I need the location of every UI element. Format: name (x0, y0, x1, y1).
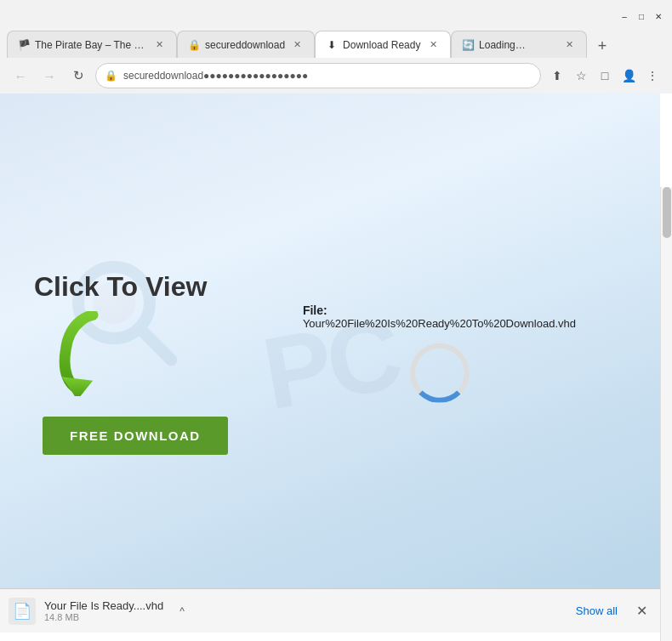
download-bar: 📄 Your File Is Ready....vhd 14.8 MB ^ Sh… (0, 588, 660, 632)
download-file-icon: 📄 (9, 598, 36, 625)
download-bar-actions: Show all ✕ (569, 601, 652, 621)
tab-label-downloadready: Download Ready (343, 39, 421, 51)
window-controls: – □ ✕ (618, 9, 665, 23)
close-download-bar-button[interactable]: ✕ (631, 601, 652, 621)
download-filename: Your File Is Ready....vhd (44, 599, 163, 612)
tab-close-secureddownload[interactable]: ✕ (290, 38, 304, 52)
tab-label-loading: Loading… (479, 39, 557, 51)
tab-piratebay[interactable]: 🏴 The Pirate Bay – The g… ✕ (7, 31, 177, 58)
tab-favicon-downloadready: ⬇ (326, 39, 338, 51)
click-to-view-label: Click To View (34, 271, 207, 303)
tab-label-piratebay: The Pirate Bay – The g… (35, 39, 147, 51)
scrollbar[interactable] (660, 187, 672, 641)
share-icon[interactable]: ⬆ (546, 65, 568, 87)
tab-favicon-loading: 🔄 (462, 39, 474, 51)
file-label: File: (303, 303, 576, 317)
tab-label-secureddownload: secureddownload (205, 39, 285, 51)
content-wrapper: PC Click To View (0, 94, 672, 632)
minimize-button[interactable]: – (618, 9, 631, 23)
title-bar: – □ ✕ (0, 0, 672, 27)
back-button[interactable]: ← (9, 64, 32, 88)
spinner-container (303, 343, 576, 403)
download-info: Your File Is Ready....vhd 14.8 MB (44, 599, 163, 622)
tab-loading[interactable]: 🔄 Loading… ✕ (451, 31, 587, 58)
close-button[interactable]: ✕ (652, 9, 665, 23)
tab-close-downloadready[interactable]: ✕ (426, 38, 440, 52)
refresh-button[interactable]: ↻ (66, 64, 90, 88)
tab-favicon-secureddownload: 🔒 (188, 39, 200, 51)
free-download-button[interactable]: FREE DOWNLOAD (43, 417, 228, 455)
profile-icon[interactable]: 👤 (618, 65, 640, 87)
file-name: Your%20File%20Is%20Ready%20To%20Download… (303, 317, 576, 330)
tab-downloadready[interactable]: ⬇ Download Ready ✕ (315, 31, 451, 58)
address-bar: ← → ↻ 🔒 secureddownload●●●●●●●●●●●●●●●●●… (0, 58, 672, 94)
tab-favicon-piratebay: 🏴 (18, 39, 30, 51)
tab-close-loading[interactable]: ✕ (562, 38, 576, 52)
file-info: File: Your%20File%20Is%20Ready%20To%20Do… (303, 303, 576, 403)
download-size: 14.8 MB (44, 612, 163, 622)
forward-button[interactable]: → (37, 64, 61, 88)
extensions-icon[interactable]: □ (594, 65, 616, 87)
svg-marker-3 (62, 377, 93, 396)
tab-bar: 🏴 The Pirate Bay – The g… ✕ 🔒 secureddow… (0, 27, 672, 58)
show-all-button[interactable]: Show all (569, 601, 624, 621)
browser-window: – □ ✕ 🏴 The Pirate Bay – The g… ✕ 🔒 secu… (0, 0, 672, 632)
new-tab-button[interactable]: + (590, 34, 614, 58)
url-bar[interactable]: 🔒 secureddownload●●●●●●●●●●●●●●●●● (95, 63, 541, 88)
arrow-icon (51, 311, 119, 400)
tab-close-piratebay[interactable]: ✕ (152, 38, 166, 52)
scrollbar-thumb[interactable] (663, 187, 671, 238)
url-text: secureddownload●●●●●●●●●●●●●●●●● (123, 70, 308, 82)
tab-secureddownload[interactable]: 🔒 secureddownload ✕ (177, 31, 315, 58)
download-item: 📄 Your File Is Ready....vhd 14.8 MB ^ (9, 598, 569, 625)
lock-icon: 🔒 (105, 70, 117, 82)
download-expand-button[interactable]: ^ (172, 601, 192, 621)
menu-icon[interactable]: ⋮ (641, 65, 663, 87)
maximize-button[interactable]: □ (635, 9, 648, 23)
loading-spinner (409, 343, 469, 403)
bookmark-icon[interactable]: ☆ (570, 65, 592, 87)
browser-content: PC Click To View (0, 94, 660, 632)
address-actions: ⬆ ☆ □ 👤 ⋮ (546, 65, 663, 87)
